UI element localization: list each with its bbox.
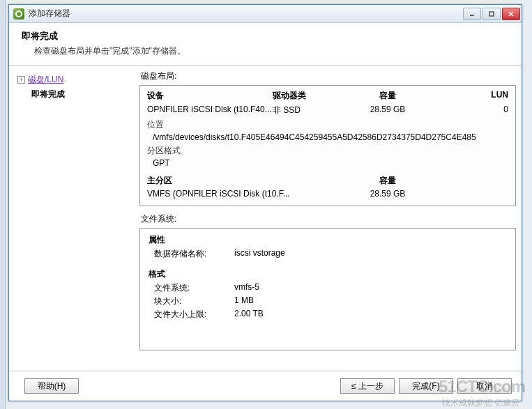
block-size-value: 1 MB bbox=[234, 295, 507, 307]
device-value: OPNFILER iSCSI Disk (t10.F40... bbox=[147, 105, 273, 116]
max-file-label: 文件大小上限: bbox=[154, 309, 234, 321]
partition-format-label: 分区格式 bbox=[147, 145, 508, 157]
wizard-sidebar: + 磁盘/LUN 即将完成 bbox=[15, 69, 137, 368]
datastore-name-label: 数据存储名称: bbox=[154, 248, 234, 260]
svg-rect-1 bbox=[489, 12, 494, 16]
sidebar-item-ready[interactable]: 即将完成 bbox=[17, 88, 134, 101]
sidebar-item-label: 即将完成 bbox=[31, 88, 65, 100]
block-size-label: 块大小: bbox=[154, 295, 234, 307]
help-button[interactable]: 帮助(H) bbox=[24, 378, 79, 394]
main-content: 磁盘布局: 设备 驱动器类 容量 LUN OPNFILER iSCSI Disk… bbox=[139, 69, 516, 368]
app-icon bbox=[13, 8, 24, 20]
max-file-value: 2.00 TB bbox=[234, 309, 507, 321]
partition-capacity: 28.59 GB bbox=[335, 189, 440, 199]
attributes-head: 属性 bbox=[149, 234, 507, 246]
page-subtitle: 检查磁盘布局并单击"完成"添加"存储器。 bbox=[22, 45, 509, 57]
driver-type-value: 非 SSD bbox=[273, 105, 335, 116]
header-panel: 即将完成 检查磁盘布局并单击"完成"添加"存储器。 bbox=[9, 23, 522, 66]
col-driver-type: 驱动器类 bbox=[273, 90, 335, 102]
disk-layout-label: 磁盘布局: bbox=[141, 70, 516, 82]
datastore-name-value: iscsi vstorage bbox=[234, 248, 507, 260]
window-title: 添加存储器 bbox=[29, 8, 463, 20]
col-capacity: 容量 bbox=[335, 90, 440, 102]
partition-name: VMFS (OPNFILER iSCSI Disk (t10.F... bbox=[147, 189, 335, 199]
footer: 帮助(H) ≤ 上一步 完成(F) 取消 bbox=[9, 371, 522, 401]
location-value: /vmfs/devices/disks/t10.F405E46494C45425… bbox=[147, 132, 508, 142]
close-button[interactable] bbox=[502, 8, 520, 20]
sidebar-link-disk-lun[interactable]: 磁盘/LUN bbox=[28, 74, 63, 86]
col-device: 设备 bbox=[147, 90, 273, 102]
capacity-value: 28.59 GB bbox=[335, 105, 440, 116]
format-head: 格式 bbox=[149, 268, 507, 280]
partition-row: VMFS (OPNFILER iSCSI Disk (t10.F... 28.5… bbox=[147, 189, 508, 199]
maximize-button[interactable] bbox=[482, 8, 501, 20]
fs-type-value: vmfs-5 bbox=[234, 282, 507, 294]
lun-value: 0 bbox=[440, 105, 508, 116]
minimize-button[interactable] bbox=[463, 8, 481, 20]
add-storage-window: 添加存储器 即将完成 检查磁盘布局并单击"完成"添加"存储器。 + 磁盘/LUN… bbox=[8, 4, 522, 401]
page-title: 即将完成 bbox=[22, 30, 509, 43]
fs-type-label: 文件系统: bbox=[154, 282, 234, 294]
disk-row: OPNFILER iSCSI Disk (t10.F40... 非 SSD 28… bbox=[147, 105, 508, 116]
location-label: 位置 bbox=[147, 119, 508, 131]
sidebar-item-disk-lun[interactable]: + 磁盘/LUN bbox=[17, 73, 134, 86]
finish-button[interactable]: 完成(F) bbox=[399, 378, 453, 394]
col-lun: LUN bbox=[440, 90, 508, 102]
cancel-button[interactable]: 取消 bbox=[457, 378, 512, 394]
expand-icon[interactable]: + bbox=[17, 76, 25, 84]
partition-col-name: 主分区 bbox=[147, 175, 335, 187]
filesystem-label: 文件系统: bbox=[141, 213, 516, 225]
disk-layout-box: 设备 驱动器类 容量 LUN OPNFILER iSCSI Disk (t10.… bbox=[139, 85, 516, 206]
filesystem-box: 属性 数据存储名称: iscsi vstorage 格式 文件系统: vmfs-… bbox=[139, 228, 516, 350]
back-button[interactable]: ≤ 上一步 bbox=[340, 378, 395, 394]
partition-col-capacity: 容量 bbox=[335, 175, 440, 187]
titlebar[interactable]: 添加存储器 bbox=[9, 5, 522, 23]
partition-format-value: GPT bbox=[147, 158, 508, 168]
